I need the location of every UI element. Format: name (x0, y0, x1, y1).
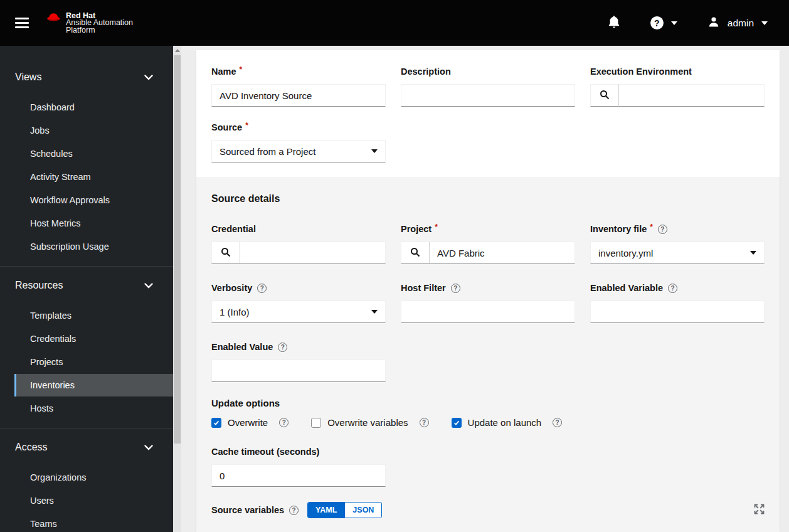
sidebar-item-schedules[interactable]: Schedules (14, 142, 173, 165)
overwrite-checkbox-label: Overwrite (228, 417, 268, 428)
inventory-file-label: Inventory file* ? (590, 223, 765, 235)
execution-environment-search-button[interactable] (590, 84, 619, 107)
help-icon[interactable]: ? (553, 418, 562, 427)
brand-product-line2: Platform (66, 27, 133, 35)
sidebar-item-dashboard[interactable]: Dashboard (14, 96, 173, 119)
help-icon[interactable]: ? (289, 506, 299, 515)
overwrite-variables-checkbox[interactable] (311, 418, 321, 428)
cache-timeout-input[interactable] (211, 464, 386, 487)
sidebar-item-projects[interactable]: Projects (14, 351, 173, 373)
enabled-variable-input[interactable] (590, 301, 765, 323)
nav-toggle-hamburger-icon[interactable] (15, 18, 29, 28)
execution-environment-input[interactable] (619, 84, 765, 107)
enabled-variable-field-block: Enabled Variable ? (590, 282, 765, 323)
enabled-value-input[interactable] (211, 359, 386, 382)
help-icon[interactable]: ? (420, 418, 429, 427)
sidebar-item-teams[interactable]: Teams (14, 513, 173, 532)
required-asterisk: * (245, 121, 248, 130)
verbosity-select-value: 1 (Info) (220, 307, 250, 317)
name-input[interactable] (211, 84, 386, 107)
execution-environment-label: Execution Environment (590, 65, 765, 78)
user-menu-button[interactable]: admin (707, 16, 768, 30)
chevron-down-icon (144, 442, 153, 453)
brand-logo[interactable]: Red Hat Ansible Automation Platform (46, 12, 133, 34)
verbosity-label: Verbosity ? (211, 282, 386, 294)
verbosity-field-block: Verbosity ? 1 (Info) (211, 282, 386, 323)
credential-field-block: Credential (211, 223, 386, 264)
update-on-launch-checkbox[interactable] (452, 418, 462, 428)
project-search-button[interactable] (401, 242, 430, 264)
credential-input[interactable] (240, 242, 386, 264)
credential-search-button[interactable] (211, 242, 240, 264)
sidebar-item-credentials[interactable]: Credentials (14, 327, 173, 350)
nav-group-label: Resources (15, 280, 63, 291)
help-icon[interactable]: ? (451, 284, 460, 293)
scrollbar-thumb[interactable] (174, 55, 181, 444)
variables-mode-toggle: YAML JSON (307, 502, 382, 518)
sidebar-item-activity-stream[interactable]: Activity Stream (14, 166, 173, 188)
enabled-variable-label: Enabled Variable ? (590, 282, 765, 294)
enabled-value-label: Enabled Value ? (211, 341, 386, 353)
sidebar-item-host-metrics[interactable]: Host Metrics (14, 212, 173, 235)
help-icon[interactable]: ? (279, 418, 289, 427)
execution-environment-field-block: Execution Environment (590, 65, 765, 107)
expand-arrows-icon (754, 504, 765, 516)
update-options-heading: Update options (211, 397, 765, 410)
help-menu-button[interactable]: ? (650, 16, 677, 29)
help-icon[interactable]: ? (278, 343, 287, 352)
nav-group-resources-toggle[interactable]: Resources (0, 277, 173, 294)
overwrite-checkbox[interactable] (211, 418, 221, 428)
verbosity-select[interactable]: 1 (Info) (211, 301, 386, 323)
source-details-heading: Source details (211, 192, 765, 206)
nav-group-access-toggle[interactable]: Access (0, 439, 173, 456)
help-icon[interactable]: ? (257, 284, 267, 293)
expand-editor-button[interactable] (754, 504, 765, 516)
sidebar-item-organizations[interactable]: Organizations (14, 466, 173, 489)
sidebar-item-templates[interactable]: Templates (14, 304, 173, 327)
yaml-toggle-button[interactable]: YAML (308, 503, 344, 518)
cache-timeout-label: Cache timeout (seconds) (211, 445, 386, 458)
enabled-value-field-block: Enabled Value ? (211, 341, 386, 382)
scrollbar-up-arrow-icon[interactable] (173, 46, 181, 55)
project-label: Project* (401, 223, 575, 235)
project-input[interactable] (430, 242, 575, 264)
json-toggle-button[interactable]: JSON (344, 503, 381, 518)
sidebar-item-subscription-usage[interactable]: Subscription Usage (14, 235, 173, 258)
sidebar-item-jobs[interactable]: Jobs (14, 119, 173, 142)
help-icon[interactable]: ? (668, 284, 677, 293)
caret-down-icon (371, 149, 378, 153)
source-select-value: Sourced from a Project (220, 146, 315, 157)
search-icon (410, 247, 420, 259)
inventory-file-select[interactable]: inventory.yml (590, 242, 765, 264)
source-field-block: Source* Sourced from a Project (211, 121, 386, 162)
sidebar-item-users[interactable]: Users (14, 489, 173, 512)
search-icon (221, 247, 231, 259)
help-icon[interactable]: ? (658, 225, 667, 234)
name-field-block: Name* (211, 65, 386, 107)
bell-icon (608, 15, 620, 31)
content-scrollbar[interactable] (173, 46, 181, 532)
source-variables-row: Source variables ? YAML JSON (211, 502, 765, 518)
description-input[interactable] (401, 84, 575, 107)
host-filter-input[interactable] (401, 301, 575, 323)
sidebar-item-inventories[interactable]: Inventories (14, 374, 173, 396)
overwrite-checkbox-item: Overwrite ? (211, 417, 289, 428)
required-asterisk: * (650, 223, 653, 231)
nav-group-label: Views (15, 72, 41, 83)
nav-group-label: Access (15, 442, 48, 453)
description-field-block: Description (401, 65, 575, 107)
nav-group-views-toggle[interactable]: Views (0, 68, 173, 86)
sidebar-item-workflow-approvals[interactable]: Workflow Approvals (14, 189, 173, 211)
sidebar-item-hosts[interactable]: Hosts (14, 397, 173, 420)
host-filter-field-block: Host Filter ? (401, 282, 575, 323)
user-icon (707, 16, 720, 30)
name-label: Name* (211, 65, 386, 78)
project-field-block: Project* (401, 223, 575, 264)
source-select[interactable]: Sourced from a Project (211, 140, 386, 162)
masthead: Red Hat Ansible Automation Platform ? (0, 0, 789, 46)
sidebar-nav: Views Dashboard Jobs Schedules Activity … (0, 46, 173, 532)
nav-group-access: Access Organizations Users Teams (0, 428, 173, 532)
caret-down-icon (371, 310, 378, 314)
notifications-button[interactable] (608, 15, 620, 31)
credential-label: Credential (211, 223, 386, 235)
